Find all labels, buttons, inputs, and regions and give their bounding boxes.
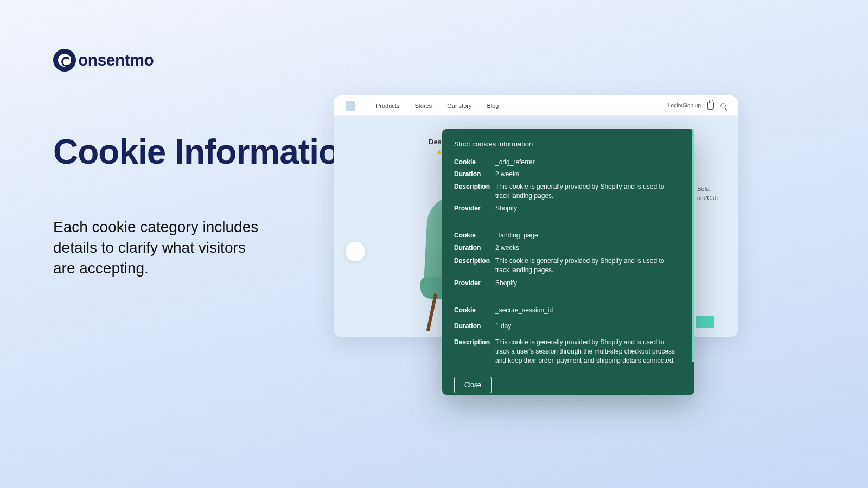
label-provider: Provider (454, 204, 495, 213)
modal-title: Strict cookies information (454, 140, 687, 148)
logo-mark-icon (53, 49, 76, 72)
page-subtitle: Each cookie category includes details to… (53, 217, 259, 278)
nav-item-stores[interactable]: Stores (414, 102, 432, 109)
carousel-prev-button[interactable]: ← (346, 242, 365, 261)
label-duration: Duration (454, 170, 495, 179)
brand-logo: onsentmo (53, 49, 154, 72)
cookie-info-modal: Strict cookies information Cookie_orig_r… (442, 129, 694, 395)
page-title: Cookie Information (53, 133, 360, 171)
cookie-name: _orig_referrer (495, 158, 535, 167)
close-button[interactable]: Close (454, 377, 492, 393)
cookie-name: _secure_session_id (495, 306, 553, 315)
cookie-duration: 2 weeks (495, 243, 519, 253)
label-cookie: Cookie (454, 158, 495, 167)
store-logo-icon (346, 101, 355, 111)
label-description: Description (454, 338, 495, 366)
cookie-provider: Shopify (495, 204, 517, 213)
divider (454, 222, 679, 222)
brand-name: onsentmo (78, 51, 154, 69)
scrollbar[interactable] (692, 129, 694, 362)
nav-item-blog[interactable]: Blog (487, 102, 499, 109)
cookie-entry: Cookie_orig_referrer Duration2 weeks Des… (454, 158, 679, 213)
nav-item-ourstory[interactable]: Our story (447, 102, 471, 109)
storefront-nav: Products Stores Our story Blog Login/Sig… (334, 95, 738, 116)
search-icon[interactable] (720, 103, 726, 108)
login-link[interactable]: Login/Sign up (668, 102, 701, 108)
cookie-description: This cookie is generally provided by Sho… (495, 256, 679, 275)
label-duration: Duration (454, 322, 495, 331)
divider (454, 297, 679, 297)
cookie-provider: Shopify (495, 279, 517, 288)
modal-body: Cookie_orig_referrer Duration2 weeks Des… (454, 158, 687, 370)
side-line1: Sofa (697, 184, 720, 194)
label-duration: Duration (454, 243, 495, 253)
cart-icon[interactable] (707, 102, 714, 110)
cookie-description: This cookie is generally provided by Sho… (495, 338, 679, 366)
label-description: Description (454, 256, 495, 275)
cookie-duration: 2 weeks (495, 170, 519, 179)
cookie-name: _landing_page (495, 231, 538, 240)
label-cookie: Cookie (454, 306, 495, 315)
label-description: Description (454, 182, 495, 201)
cookie-description: This cookie is generally provided by Sho… (495, 182, 679, 201)
label-cookie: Cookie (454, 231, 495, 240)
sidebar-text: Sofa om/Cafe (697, 184, 720, 202)
cookie-entry: Cookie_secure_session_id Duration1 day D… (454, 306, 679, 370)
accent-block (696, 316, 714, 328)
side-line2: om/Cafe (697, 194, 720, 203)
label-provider: Provider (454, 279, 495, 288)
nav-item-products[interactable]: Products (376, 102, 399, 109)
cookie-entry: Cookie_landing_page Duration2 weeks Desc… (454, 231, 679, 288)
cookie-duration: 1 day (495, 322, 511, 331)
